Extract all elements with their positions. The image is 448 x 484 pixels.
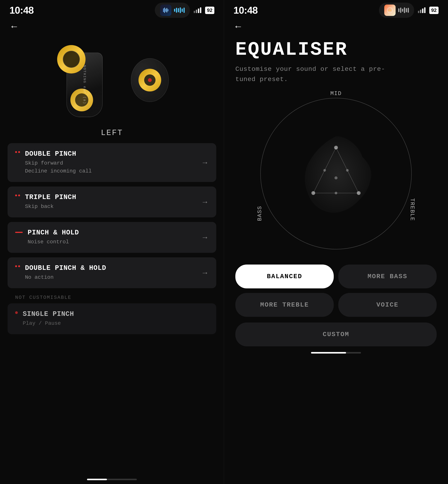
control-pinch-hold-left: PINCH & HOLD Noise control [15, 229, 197, 246]
single-pinch-text: SINGLE PINCH Play / Pause [23, 310, 209, 328]
control-double-pinch[interactable]: DOUBLE PINCH Skip forward Decline incomi… [8, 143, 216, 182]
battery-left: 92 [205, 7, 214, 14]
scroll-thumb-left [87, 479, 107, 480]
eq-subtitle: Customise your sound or select a pre- tu… [224, 60, 448, 85]
preset-balanced[interactable]: BALANCED [235, 264, 334, 288]
activity-pill-left [155, 3, 190, 18]
scroll-thumb-right [311, 352, 346, 353]
pinch-hold-icon [15, 230, 23, 233]
pinch-hold-text: PINCH & HOLD Noise control [28, 229, 197, 246]
audio-wave-left [174, 7, 185, 13]
dot2 [18, 151, 20, 153]
svg-rect-0 [163, 8, 164, 12]
control-single-pinch-left: SINGLE PINCH Play / Pause [15, 310, 209, 328]
control-single-pinch: SINGLE PINCH Play / Pause [8, 303, 216, 334]
line-icon [15, 232, 23, 233]
eq-label-mid: MID [330, 90, 342, 97]
time-left: 10:48 [9, 5, 34, 16]
double-pinch-icon [15, 151, 20, 153]
status-bar-right: 10:48 [224, 0, 448, 17]
scroll-indicator-right [311, 352, 361, 353]
arrow-double-pinch: → [201, 158, 209, 167]
not-customisable-label: NOT CUSTOMISABLE [8, 293, 216, 303]
activity-pill-right [379, 3, 414, 18]
svg-point-10 [312, 191, 315, 195]
signal-bars-right [418, 7, 425, 13]
svg-point-9 [334, 146, 338, 149]
double-pinch-text: DOUBLE PINCH Skip forward Decline incomi… [25, 150, 197, 175]
right-panel: 10:48 [224, 0, 448, 484]
audio-wave-right [398, 7, 409, 13]
preset-voice[interactable]: VOICE [338, 293, 437, 317]
dot4 [18, 195, 20, 196]
status-right-right: 92 [379, 3, 439, 18]
status-bar-left: 10:48 [0, 0, 224, 17]
svg-point-12 [335, 176, 337, 179]
back-button-left[interactable]: ← [0, 17, 224, 36]
control-pinch-hold[interactable]: PINCH & HOLD Noise control → [8, 222, 216, 253]
app-icon-left [160, 5, 171, 16]
double-pinch-hold-icon [15, 265, 20, 267]
svg-rect-1 [164, 8, 165, 13]
double-pinch-hold-subtitle: No action [25, 273, 197, 281]
presets-section: BALANCED MORE BASS MORE TREBLE VOICE [224, 259, 448, 322]
arrow-triple-pinch: → [201, 198, 209, 206]
dot5 [15, 265, 17, 267]
controls-section: DOUBLE PINCH Skip forward Decline incomi… [0, 143, 224, 475]
eq-title: EQUALISER [224, 36, 448, 60]
scroll-indicator-left [87, 479, 137, 480]
control-double-pinch-hold-left: DOUBLE PINCH & HOLD No action [15, 264, 197, 281]
svg-point-11 [357, 191, 360, 195]
app-icon-right [384, 5, 396, 16]
control-triple-pinch[interactable]: TRIPLE PINCH Skip back → [8, 187, 216, 217]
pinch-hold-subtitle: Noise control [28, 238, 197, 246]
back-button-right[interactable]: ← [224, 17, 448, 36]
double-pinch-hold-title: DOUBLE PINCH & HOLD [25, 264, 197, 272]
arrow-double-pinch-hold: → [201, 269, 209, 277]
time-right: 10:48 [233, 5, 258, 16]
single-pinch-subtitle: Play / Pause [23, 320, 209, 328]
eq-label-bass: BASS [256, 206, 263, 221]
dot3 [15, 195, 17, 196]
status-right-left: 92 [155, 3, 214, 18]
svg-rect-2 [165, 9, 166, 12]
triple-pinch-icon [15, 195, 20, 196]
single-pinch-icon [15, 311, 18, 314]
preset-more-bass[interactable]: MORE BASS [338, 264, 437, 288]
svg-point-15 [335, 192, 337, 194]
triple-pinch-title: TRIPLE PINCH [25, 193, 197, 201]
eq-blob-svg [283, 125, 389, 231]
earbud-side-label: LEFT [0, 128, 224, 138]
single-pinch-title: SINGLE PINCH [23, 310, 209, 318]
svg-point-14 [346, 169, 349, 172]
svg-rect-3 [167, 8, 167, 13]
pinch-hold-title: PINCH & HOLD [28, 229, 197, 237]
preset-custom[interactable]: CUSTOM [235, 322, 437, 346]
svg-point-13 [323, 169, 326, 172]
control-double-pinch-left: DOUBLE PINCH Skip forward Decline incomi… [15, 150, 197, 175]
control-double-pinch-hold[interactable]: DOUBLE PINCH & HOLD No action → [8, 257, 216, 288]
dot6 [18, 265, 20, 267]
double-pinch-subtitle: Skip forward Decline incoming call [25, 159, 197, 175]
battery-right: 92 [429, 7, 439, 14]
svg-rect-4 [168, 9, 168, 11]
double-pinch-title: DOUBLE PINCH [25, 150, 197, 158]
triple-pinch-text: TRIPLE PINCH Skip back [25, 193, 197, 211]
eq-label-treble: TREBLE [409, 198, 416, 221]
triple-pinch-subtitle: Skip back [25, 203, 197, 211]
preset-more-treble[interactable]: MORE TREBLE [235, 293, 334, 317]
custom-section: CUSTOM [224, 322, 448, 350]
dot1 [15, 151, 17, 153]
dot7 [15, 311, 18, 314]
eq-visualizer[interactable]: MID BASS TREBLE [251, 89, 421, 259]
signal-bars-left [194, 7, 201, 13]
control-triple-pinch-left: TRIPLE PINCH Skip back [15, 193, 197, 211]
arrow-pinch-hold: → [201, 233, 209, 242]
earbuds-image: NOTHING ear (a) [0, 36, 224, 126]
double-pinch-hold-text: DOUBLE PINCH & HOLD No action [25, 264, 197, 281]
left-panel: 10:48 [0, 0, 224, 484]
